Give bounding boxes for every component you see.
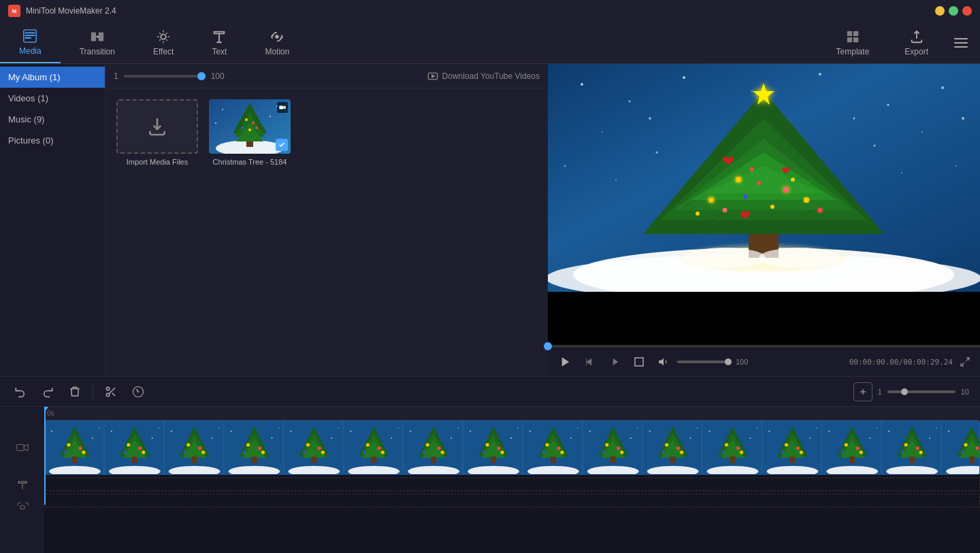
svg-point-92 [137, 390, 139, 392]
sidebar-item-music[interactable]: Music (9) [0, 109, 105, 130]
timeline-add-button[interactable] [853, 382, 872, 401]
svg-marker-85 [659, 358, 664, 366]
timeline-zoom-slider[interactable] [887, 390, 956, 393]
svg-marker-29 [283, 106, 285, 110]
scissors-button[interactable] [101, 382, 120, 401]
playhead[interactable] [44, 407, 46, 505]
delete-button[interactable] [65, 382, 84, 401]
step-forward-button[interactable] [605, 352, 624, 371]
svg-point-38 [602, 131, 603, 133]
christmas-tree-label: Christmas Tree - 5184 [213, 158, 287, 166]
svg-point-33 [683, 76, 685, 79]
preview-scene [548, 64, 980, 292]
toolbar-item-motion[interactable]: Motion [246, 22, 308, 63]
volume-value-display: 100 [736, 358, 748, 366]
undo-icon [14, 386, 27, 398]
download-icon [146, 116, 168, 137]
check-icon [278, 141, 286, 149]
svg-marker-80 [562, 357, 570, 367]
toolbar-item-media[interactable]: Media [0, 22, 61, 63]
toolbar-item-effect[interactable]: Effect [134, 22, 193, 63]
preview-progress-handle[interactable] [544, 342, 552, 350]
svg-line-91 [112, 392, 115, 395]
fullscreen-button[interactable] [958, 355, 972, 369]
preview-video [548, 64, 980, 345]
svg-rect-84 [635, 358, 643, 366]
sidebar-item-my-album[interactable]: My Album (1) [0, 67, 105, 88]
svg-line-87 [961, 363, 964, 366]
undo-button[interactable] [11, 382, 30, 401]
volume-slider[interactable] [677, 361, 732, 363]
svg-point-5 [161, 34, 166, 39]
svg-point-97 [20, 505, 24, 509]
media-grid: Import Media Files [105, 88, 548, 376]
svg-point-24 [222, 109, 223, 110]
svg-rect-4 [99, 32, 103, 41]
app-icon: M [8, 5, 20, 17]
speed-button[interactable] [129, 382, 148, 401]
title-bar-controls[interactable]: − □ × [935, 6, 972, 16]
track-label-video [0, 420, 44, 475]
menu-line-3 [954, 46, 968, 48]
maximize-button[interactable]: □ [949, 6, 958, 16]
volume-button[interactable] [654, 352, 673, 371]
youtube-icon [427, 71, 438, 82]
svg-point-89 [106, 393, 110, 397]
download-youtube-button[interactable]: Download YouTube Videos [427, 71, 540, 82]
svg-point-67 [743, 195, 747, 199]
svg-point-35 [819, 73, 821, 76]
svg-rect-28 [279, 106, 283, 110]
preview-progress-bar[interactable] [548, 345, 980, 348]
main-area: My Album (1) Videos (1) Music (9) Pictur… [0, 64, 980, 376]
toolbar-item-transition[interactable]: Transition [61, 22, 134, 63]
text-label: Text [212, 47, 227, 56]
time-current: 00:00:00.00 [849, 358, 899, 367]
svg-point-43 [956, 165, 957, 167]
toolbar-export[interactable]: Export [891, 22, 942, 63]
svg-point-6 [276, 35, 280, 39]
video-type-icon [277, 102, 288, 113]
video-track[interactable] [44, 420, 980, 475]
speed-icon [132, 386, 144, 398]
svg-point-62 [804, 197, 809, 203]
template-label: Template [836, 47, 870, 56]
svg-point-75 [759, 248, 840, 268]
svg-line-86 [966, 358, 969, 361]
step-back-icon [584, 356, 596, 368]
svg-text:M: M [12, 8, 16, 14]
import-thumb[interactable] [116, 99, 198, 154]
svg-point-39 [649, 117, 651, 120]
sidebar-item-videos[interactable]: Videos (1) [0, 88, 105, 109]
svg-point-78 [901, 172, 902, 173]
svg-point-66 [696, 212, 700, 216]
timeline-zoom-container: 1 10 [853, 382, 969, 401]
svg-point-19 [245, 118, 248, 121]
svg-point-42 [564, 165, 566, 167]
effect-icon [156, 29, 171, 44]
stop-button[interactable] [630, 352, 649, 371]
svg-rect-8 [853, 31, 858, 35]
close-button[interactable]: × [962, 6, 972, 16]
svg-marker-96 [24, 445, 28, 451]
tracks-area: 0s [44, 407, 980, 553]
sidebar-item-pictures[interactable]: Pictures (0) [0, 130, 105, 151]
svg-point-22 [248, 129, 251, 131]
svg-point-44 [962, 117, 964, 120]
zoom-slider[interactable] [124, 75, 206, 78]
text-track-icon [16, 480, 29, 492]
svg-rect-114 [45, 421, 979, 475]
christmas-tree-item[interactable]: Christmas Tree - 5184 [209, 99, 291, 166]
preview-panel: 100 00:00:00.00/00:00:29.24 [548, 64, 980, 376]
redo-button[interactable] [38, 382, 57, 401]
text-icon [212, 29, 227, 44]
toolbar-item-text[interactable]: Text [193, 22, 246, 63]
svg-marker-83 [613, 358, 619, 366]
svg-point-27 [215, 122, 216, 124]
import-media-item[interactable]: Import Media Files [116, 99, 198, 166]
step-back-button[interactable] [581, 352, 600, 371]
menu-button[interactable] [950, 32, 972, 54]
minimize-button[interactable]: − [935, 6, 945, 16]
toolbar-template[interactable]: Template [823, 22, 883, 63]
play-button[interactable] [556, 352, 575, 371]
menu-line-2 [954, 42, 968, 44]
